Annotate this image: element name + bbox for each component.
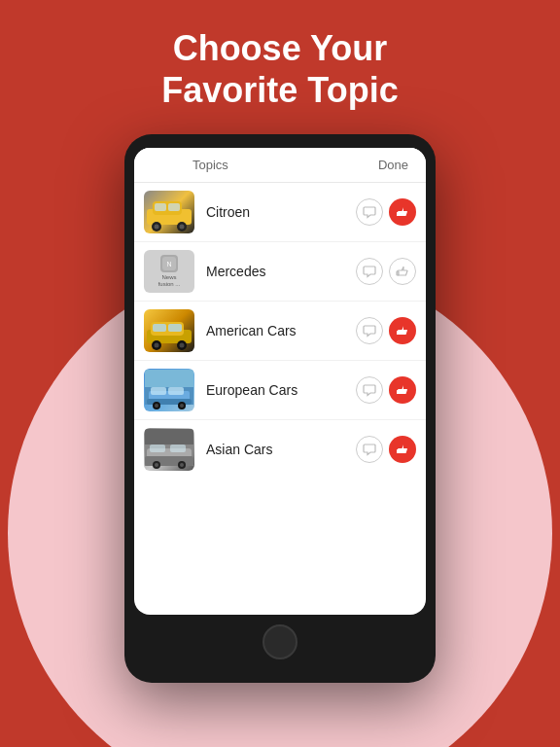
thumbup-icon (396, 205, 409, 219)
european-comment-btn[interactable] (356, 376, 383, 404)
svg-rect-42 (397, 449, 399, 453)
european-car-svg (145, 370, 193, 410)
american-car-shape (144, 309, 194, 352)
header-title-line2: Favorite Topic (161, 70, 398, 110)
thumbup-icon (396, 383, 409, 397)
svg-point-38 (180, 463, 184, 467)
asian-car-shape (144, 428, 194, 471)
svg-rect-29 (168, 387, 184, 395)
european-label: European Cars (206, 382, 356, 398)
topics-column-header: Topics (192, 158, 378, 172)
thumbup-icon (396, 324, 409, 338)
asian-done-btn[interactable] (389, 436, 416, 463)
svg-point-3 (155, 225, 159, 230)
asian-label: Asian Cars (206, 442, 356, 457)
svg-point-17 (180, 343, 185, 348)
european-thumbnail (144, 369, 194, 411)
comment-icon (363, 205, 376, 219)
news-fusion-icon: N (162, 257, 176, 270)
comment-icon (363, 324, 376, 338)
american-done-btn[interactable] (389, 317, 416, 344)
tablet-screen: Topics Done (134, 148, 426, 615)
asian-actions (356, 436, 416, 463)
tablet-home-button[interactable] (262, 624, 298, 659)
svg-rect-20 (397, 331, 399, 335)
citroen-thumbnail (144, 191, 194, 233)
svg-rect-7 (168, 203, 180, 211)
svg-rect-30 (145, 370, 193, 387)
asian-comment-btn[interactable] (356, 436, 383, 463)
header: Choose Your Favorite Topic (0, 0, 560, 134)
american-comment-btn[interactable] (356, 317, 383, 344)
table-row: Citroen (134, 183, 426, 242)
mercedes-done-btn[interactable] (389, 258, 416, 285)
european-done-btn[interactable] (389, 376, 416, 404)
comment-icon (363, 265, 376, 278)
news-fusion-placeholder: N Newsfusion ... (144, 250, 194, 293)
svg-rect-6 (155, 203, 166, 211)
done-column-header: Done (378, 158, 408, 172)
header-title-line1: Choose Your (173, 28, 388, 68)
svg-text:N: N (166, 261, 171, 267)
table-header: Topics Done (134, 148, 426, 183)
header-title: Choose Your Favorite Topic (0, 27, 560, 111)
mercedes-label: Mercedes (206, 264, 356, 279)
svg-point-25 (155, 404, 158, 408)
table-row: N Newsfusion ... Mercedes (134, 242, 426, 302)
svg-point-27 (180, 404, 184, 408)
asian-car-svg (145, 429, 193, 470)
svg-rect-28 (151, 387, 166, 395)
citroen-comment-btn[interactable] (356, 198, 383, 226)
american-thumbnail (144, 309, 194, 352)
citroen-car-shape (144, 191, 194, 233)
citroen-done-btn[interactable] (389, 198, 416, 226)
citroen-actions (356, 198, 416, 226)
american-label: American Cars (206, 323, 356, 338)
news-fusion-logo: N (160, 255, 178, 272)
european-actions (356, 376, 416, 404)
comment-icon (363, 443, 376, 456)
citroen-car-svg (145, 192, 193, 232)
mercedes-thumbnail: N Newsfusion ... (144, 250, 194, 293)
svg-point-36 (155, 463, 158, 467)
table-row: American Cars (134, 302, 426, 361)
tablet: Topics Done (124, 134, 436, 683)
svg-rect-39 (150, 445, 165, 452)
mercedes-actions (356, 258, 416, 285)
american-car-svg (145, 310, 193, 351)
table-row: European Cars (134, 361, 426, 420)
mercedes-comment-btn[interactable] (356, 258, 383, 285)
asian-thumbnail (144, 428, 194, 471)
svg-point-5 (180, 225, 185, 230)
svg-rect-34 (145, 456, 193, 466)
table-row: Asian Cars (134, 420, 426, 479)
svg-rect-41 (145, 429, 193, 445)
american-actions (356, 317, 416, 344)
thumbup-icon (396, 443, 409, 456)
svg-rect-8 (397, 212, 399, 216)
svg-rect-19 (168, 324, 182, 332)
news-fusion-text: Newsfusion ... (158, 274, 181, 290)
european-car-shape (144, 369, 194, 411)
citroen-label: Citroen (206, 204, 356, 220)
svg-rect-31 (397, 390, 399, 394)
svg-point-15 (155, 343, 159, 348)
svg-rect-18 (153, 324, 166, 332)
comment-icon (363, 383, 376, 397)
thumbup-inactive-icon (396, 265, 409, 278)
tablet-wrapper: Topics Done (0, 134, 560, 683)
svg-rect-40 (170, 445, 186, 452)
